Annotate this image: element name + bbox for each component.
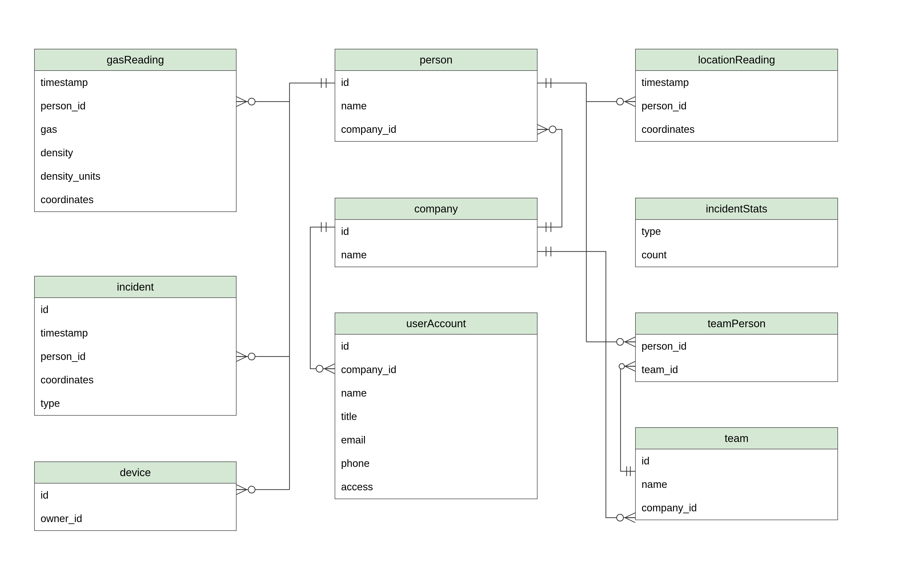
entity-person: person id name company_id — [335, 49, 538, 142]
entity-teamPerson: teamPerson person_id team_id — [635, 313, 838, 382]
attr-id: id — [35, 298, 236, 321]
attr-team_id: team_id — [636, 358, 837, 381]
rel-company-team — [538, 247, 635, 523]
entity-title: device — [35, 462, 236, 484]
entity-title: teamPerson — [636, 313, 837, 334]
attr-name: name — [636, 473, 837, 496]
attr-person_id: person_id — [35, 345, 236, 368]
rel-person-left — [237, 78, 335, 495]
attr-id: id — [335, 71, 537, 94]
svg-point-0 — [248, 98, 255, 105]
attr-email: email — [335, 428, 537, 452]
entity-team: team id name company_id — [635, 427, 838, 520]
attr-coordinates: coordinates — [636, 118, 837, 141]
attr-name: name — [335, 94, 537, 118]
entity-locationReading: locationReading timestamp person_id coor… — [635, 49, 838, 142]
entity-gasReading: gasReading timestamp person_id gas densi… — [34, 49, 237, 212]
attr-person_id: person_id — [636, 94, 837, 118]
entity-title: company — [335, 198, 537, 220]
svg-point-1 — [248, 353, 255, 360]
entity-company: company id name — [335, 198, 538, 267]
entity-device: device id owner_id — [34, 462, 237, 531]
entity-title: team — [636, 428, 837, 449]
attr-density: density — [35, 141, 236, 165]
attr-owner_id: owner_id — [35, 507, 236, 530]
attr-access: access — [335, 475, 537, 499]
er-diagram-canvas: .conn { stroke:#333; stroke-width:3; fil… — [0, 0, 901, 588]
rel-team-teamperson — [619, 361, 635, 476]
attr-timestamp: timestamp — [636, 71, 837, 94]
attr-timestamp: timestamp — [35, 321, 236, 345]
svg-point-5 — [549, 126, 556, 133]
entity-incident: incident id timestamp person_id coordina… — [34, 276, 237, 415]
svg-point-4 — [617, 338, 624, 345]
attr-company_id: company_id — [335, 358, 537, 381]
svg-point-7 — [617, 514, 624, 521]
rel-company-useraccount — [310, 222, 335, 373]
attr-type: type — [35, 392, 236, 415]
rel-person-right — [538, 78, 635, 347]
attr-id: id — [335, 334, 537, 358]
attr-id: id — [636, 449, 837, 473]
attr-timestamp: timestamp — [35, 71, 236, 94]
attr-id: id — [335, 220, 537, 243]
svg-point-6 — [316, 365, 323, 372]
entity-userAccount: userAccount id company_id name title ema… — [335, 313, 538, 499]
entity-title: userAccount — [335, 313, 537, 334]
attr-name: name — [335, 243, 537, 267]
attr-type: type — [636, 220, 837, 243]
attr-gas: gas — [35, 118, 236, 141]
attr-person_id: person_id — [636, 334, 837, 358]
entity-title: person — [335, 49, 537, 71]
attr-count: count — [636, 243, 837, 267]
entity-title: gasReading — [35, 49, 236, 71]
attr-coordinates: coordinates — [35, 188, 236, 212]
attr-name: name — [335, 381, 537, 405]
svg-point-2 — [248, 486, 255, 493]
attr-phone: phone — [335, 452, 537, 475]
attr-company_id: company_id — [335, 118, 537, 141]
entity-title: locationReading — [636, 49, 837, 71]
entity-title: incident — [35, 277, 236, 298]
attr-density_units: density_units — [35, 165, 236, 188]
svg-point-8 — [619, 364, 624, 369]
entity-title: incidentStats — [636, 198, 837, 220]
svg-point-3 — [617, 98, 624, 105]
entity-incidentStats: incidentStats type count — [635, 198, 838, 267]
attr-title: title — [335, 405, 537, 428]
attr-person_id: person_id — [35, 94, 236, 118]
attr-id: id — [35, 484, 236, 507]
attr-company_id: company_id — [636, 496, 837, 520]
rel-company-person — [538, 124, 562, 232]
attr-coordinates: coordinates — [35, 368, 236, 392]
